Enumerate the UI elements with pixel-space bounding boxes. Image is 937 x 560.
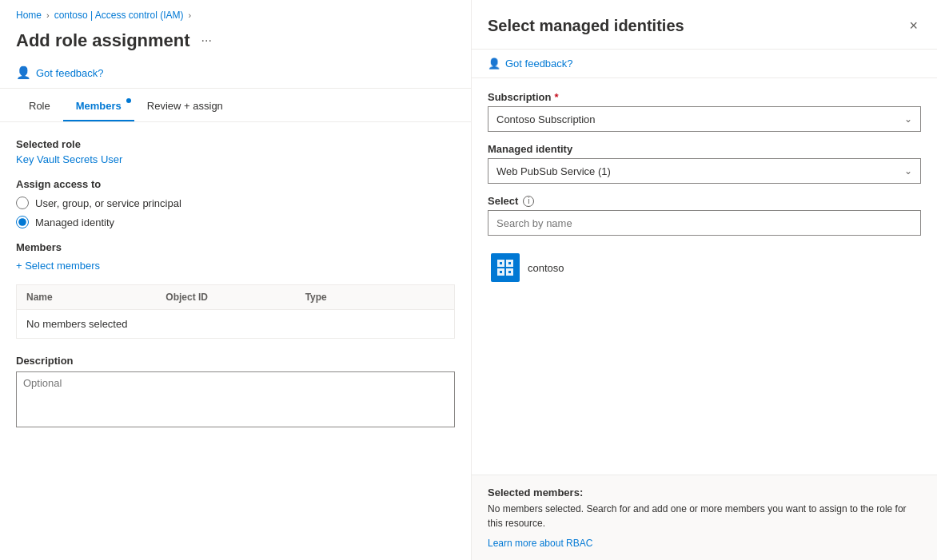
panel-header: Select managed identities × xyxy=(472,0,937,50)
panel-feedback-label: Got feedback? xyxy=(505,58,573,70)
svg-rect-6 xyxy=(500,271,502,273)
selected-role-label: Selected role xyxy=(16,138,455,150)
identity-list: contoso xyxy=(488,247,921,288)
members-table: Name Object ID Type No members selected xyxy=(16,284,455,339)
radio-user-group-label: User, group, or service principal xyxy=(35,197,181,209)
members-label: Members xyxy=(16,241,455,253)
panel-feedback-icon: 👤 xyxy=(488,58,500,70)
radio-managed-identity-input[interactable] xyxy=(16,216,29,228)
page-title-row: Add role assignment ··· xyxy=(0,27,471,61)
col-type: Type xyxy=(305,292,445,303)
selected-role-value[interactable]: Key Vault Secrets User xyxy=(16,153,455,165)
table-header: Name Object ID Type xyxy=(17,285,454,310)
close-button[interactable]: × xyxy=(906,14,921,38)
panel-title: Select managed identities xyxy=(488,17,684,35)
description-section: Description xyxy=(16,355,455,430)
subscription-required: * xyxy=(554,91,558,103)
col-name: Name xyxy=(26,292,165,303)
managed-identity-dropdown[interactable]: Web PubSub Service (1) ⌄ xyxy=(488,158,921,184)
managed-identity-label-text: Managed identity xyxy=(488,143,572,155)
description-textarea[interactable] xyxy=(16,371,455,427)
tab-members-dot xyxy=(126,98,131,103)
description-label: Description xyxy=(16,355,455,367)
members-section: Members + Select members xyxy=(16,241,455,272)
left-feedback-row[interactable]: 👤 Got feedback? xyxy=(0,61,471,88)
tab-members-label: Members xyxy=(76,100,122,112)
breadcrumb-home[interactable]: Home xyxy=(16,10,42,21)
subscription-label: Subscription * xyxy=(488,91,921,103)
svg-rect-7 xyxy=(508,271,511,273)
right-panel: Select managed identities × 👤 Got feedba… xyxy=(472,0,937,560)
tab-role[interactable]: Role xyxy=(16,92,63,121)
tabs-container: Role Members Review + assign xyxy=(0,92,471,122)
radio-user-group[interactable]: User, group, or service principal xyxy=(16,197,455,209)
panel-feedback-row[interactable]: 👤 Got feedback? xyxy=(472,50,937,78)
breadcrumb-sep1: › xyxy=(46,10,50,20)
identity-icon-contoso xyxy=(491,253,520,282)
panel-content: Subscription * Contoso Subscription ⌄ Ma… xyxy=(472,78,937,475)
tab-review[interactable]: Review + assign xyxy=(134,92,236,121)
select-info-icon[interactable]: i xyxy=(523,196,534,207)
select-label: Select xyxy=(488,195,518,207)
left-feedback-label: Got feedback? xyxy=(36,67,104,79)
breadcrumb: Home › contoso | Access control (IAM) › xyxy=(0,0,471,27)
subscription-value: Contoso Subscription xyxy=(496,113,596,125)
add-members-button[interactable]: + Select members xyxy=(16,260,100,272)
search-input[interactable] xyxy=(488,210,921,236)
feedback-icon: 👤 xyxy=(16,66,31,80)
divider-1 xyxy=(0,88,471,89)
svg-rect-5 xyxy=(508,262,511,264)
select-field-row: Select i xyxy=(488,195,921,207)
ellipsis-button[interactable]: ··· xyxy=(197,32,217,50)
tab-role-label: Role xyxy=(29,100,50,112)
table-empty-message: No members selected xyxy=(17,310,454,338)
identity-name-contoso: contoso xyxy=(528,262,564,274)
footer-selected-label: Selected members: xyxy=(488,487,921,498)
managed-identity-label: Managed identity xyxy=(488,143,921,155)
tab-members[interactable]: Members xyxy=(63,92,134,121)
footer-description: No members selected. Search for and add … xyxy=(488,502,921,530)
svg-rect-4 xyxy=(500,262,502,264)
subscription-dropdown[interactable]: Contoso Subscription ⌄ xyxy=(488,106,921,132)
assign-access-section: Assign access to User, group, or service… xyxy=(16,178,455,228)
col-object-id: Object ID xyxy=(165,292,305,303)
footer-rbac-link[interactable]: Learn more about RBAC xyxy=(488,538,592,549)
radio-group: User, group, or service principal Manage… xyxy=(16,197,455,228)
managed-identity-value: Web PubSub Service (1) xyxy=(496,165,611,177)
radio-user-group-input[interactable] xyxy=(16,197,29,209)
panel-footer: Selected members: No members selected. S… xyxy=(472,475,937,560)
radio-managed-identity[interactable]: Managed identity xyxy=(16,216,455,228)
form-content: Selected role Key Vault Secrets User Ass… xyxy=(0,122,471,560)
managed-identity-chevron-icon: ⌄ xyxy=(904,165,912,177)
breadcrumb-sep2: › xyxy=(189,10,192,20)
tab-review-label: Review + assign xyxy=(147,100,223,112)
breadcrumb-contoso[interactable]: contoso | Access control (IAM) xyxy=(54,10,184,21)
subscription-label-text: Subscription xyxy=(488,91,551,103)
subscription-chevron-icon: ⌄ xyxy=(904,113,912,125)
assign-access-label: Assign access to xyxy=(16,178,455,190)
identity-item-contoso[interactable]: contoso xyxy=(488,247,921,288)
page-title: Add role assignment xyxy=(16,30,190,51)
radio-managed-identity-label: Managed identity xyxy=(35,216,114,228)
left-panel: Home › contoso | Access control (IAM) › … xyxy=(0,0,472,560)
